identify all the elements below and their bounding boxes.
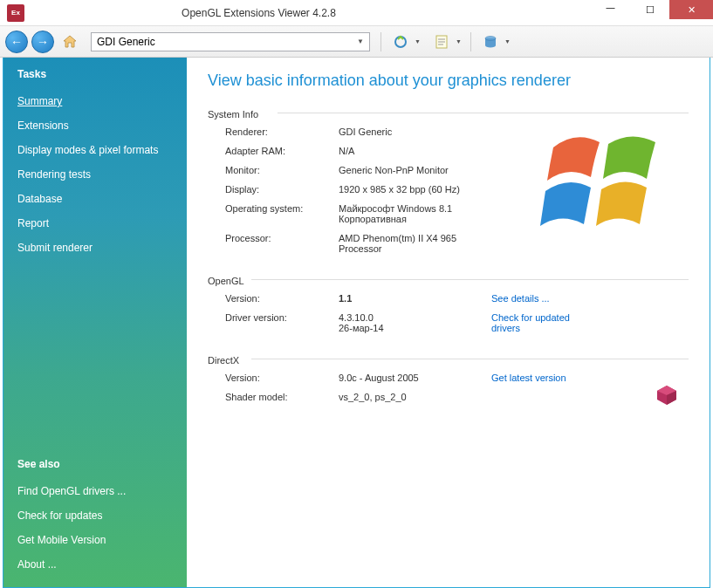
- sidebar-item-mobile-version[interactable]: Get Mobile Version: [17, 528, 173, 552]
- system-info-group: System Info Renderer:GDI Generic Adapter…: [208, 106, 689, 258]
- maximize-button[interactable]: [630, 0, 669, 19]
- gl-version-label: Version:: [225, 293, 339, 304]
- content-panel: View basic information about your graphi…: [187, 58, 710, 587]
- display-label: Display:: [225, 184, 339, 195]
- display-value: 1920 x 985 x 32 bpp (60 Hz): [339, 184, 491, 195]
- forward-button[interactable]: [31, 31, 54, 53]
- shader-model-value: vs_2_0, ps_2_0: [339, 392, 491, 402]
- main-area: Tasks Summary Extensions Display modes &…: [3, 58, 710, 588]
- page-title: View basic information about your graphi…: [208, 72, 689, 90]
- chevron-down-icon: ▼: [357, 38, 364, 45]
- system-info-heading: System Info: [208, 106, 689, 113]
- renderer-label: Renderer:: [225, 126, 339, 137]
- adapter-ram-label: Adapter RAM:: [225, 146, 339, 156]
- directx-logo-icon: [654, 384, 680, 407]
- opengl-heading: OpenGL: [208, 272, 689, 280]
- toolbar: GDI Generic ▼ ▼ ▼ ▼: [0, 26, 713, 58]
- monitor-value: Generic Non-PnP Monitor: [339, 165, 491, 175]
- dx-version-label: Version:: [225, 373, 339, 383]
- window-controls: [591, 0, 713, 25]
- renderer-selected-text: GDI Generic: [97, 36, 357, 48]
- report-dropdown-arrow[interactable]: ▼: [456, 38, 462, 44]
- driver-version-label: Driver version:: [225, 312, 339, 333]
- adapter-ram-value: N/A: [339, 146, 491, 156]
- sidebar-item-about[interactable]: About ...: [17, 552, 173, 577]
- monitor-label: Monitor:: [225, 165, 339, 175]
- os-label: Operating system:: [225, 203, 339, 224]
- see-details-link[interactable]: See details ...: [491, 293, 550, 304]
- refresh-dropdown-arrow[interactable]: ▼: [415, 38, 421, 44]
- back-button[interactable]: [5, 31, 28, 53]
- processor-value: AMD Phenom(tm) II X4 965 Processor: [339, 233, 491, 254]
- close-button[interactable]: [669, 0, 713, 19]
- driver-version-value: 4.3.10.0 26-мар-14: [339, 312, 491, 333]
- sidebar-item-check-updates[interactable]: Check for updates: [17, 503, 173, 528]
- report-icon[interactable]: [433, 33, 450, 51]
- tasks-heading: Tasks: [17, 68, 173, 80]
- titlebar: Ex OpenGL Extensions Viewer 4.2.8: [0, 0, 713, 26]
- svg-point-0: [395, 37, 406, 47]
- sidebar-item-database[interactable]: Database: [17, 187, 173, 211]
- window-title: OpenGL Extensions Viewer 4.2.8: [31, 7, 486, 19]
- home-button[interactable]: [61, 33, 79, 51]
- see-also-heading: See also: [17, 458, 173, 470]
- sidebar: Tasks Summary Extensions Display modes &…: [3, 58, 187, 587]
- separator: [380, 32, 381, 51]
- sidebar-item-report[interactable]: Report: [17, 211, 173, 236]
- sidebar-item-rendering-tests[interactable]: Rendering tests: [17, 162, 173, 187]
- shader-model-label: Shader model:: [225, 392, 339, 402]
- sidebar-item-submit-renderer[interactable]: Submit renderer: [17, 236, 173, 260]
- sidebar-item-extensions[interactable]: Extensions: [17, 113, 173, 138]
- opengl-group: OpenGL Version: 1.1 See details ... Driv…: [208, 272, 689, 338]
- gl-version-value: 1.1: [339, 293, 491, 304]
- directx-heading: DirectX: [208, 352, 689, 359]
- get-latest-link[interactable]: Get latest version: [491, 373, 566, 383]
- check-drivers-link[interactable]: Check for updated drivers: [491, 312, 596, 333]
- os-value: Майкрософт Windows 8.1 Корпоративная: [339, 203, 491, 224]
- sidebar-item-display-modes[interactable]: Display modes & pixel formats: [17, 138, 173, 162]
- renderer-dropdown[interactable]: GDI Generic ▼: [91, 32, 370, 51]
- dx-version-value: 9.0c - August 2005: [339, 373, 491, 383]
- database-icon[interactable]: [482, 33, 499, 51]
- separator: [470, 32, 471, 51]
- renderer-value: GDI Generic: [339, 126, 491, 137]
- minimize-button[interactable]: [591, 0, 630, 19]
- processor-label: Processor:: [225, 233, 339, 254]
- windows-logo-icon: [540, 114, 689, 245]
- database-dropdown-arrow[interactable]: ▼: [504, 38, 511, 44]
- app-icon: Ex: [7, 4, 24, 22]
- sidebar-item-find-drivers[interactable]: Find OpenGL drivers ...: [17, 479, 173, 503]
- refresh-icon[interactable]: [392, 33, 409, 51]
- directx-group: DirectX Version: 9.0c - August 2005 Get …: [208, 352, 689, 407]
- sidebar-item-summary[interactable]: Summary: [17, 89, 173, 113]
